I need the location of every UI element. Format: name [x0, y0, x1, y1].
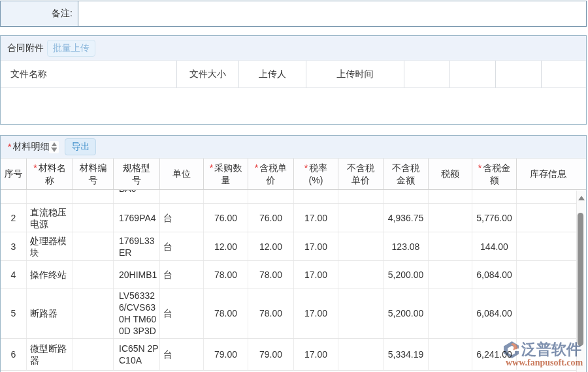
material-cell-tax_amount [429, 261, 472, 288]
material-cell-no: 3 [1, 232, 27, 260]
scrollbar-up-arrow-icon[interactable] [578, 196, 585, 200]
material-table-row-1[interactable]: BA0 [1, 190, 577, 204]
attachments-column-header-3: 上传人 [239, 61, 306, 87]
material-cell-taxin_amount: 6,241.00 [472, 339, 517, 370]
material-column-header-4: 规格型号 [114, 159, 160, 189]
material-cell-notax_price [338, 261, 384, 288]
material-cell-code [73, 232, 114, 260]
material-cell-tax_amount [429, 204, 472, 232]
material-cell-notax_amount: 123.08 [384, 232, 429, 260]
batch-upload-button[interactable]: 批量上传 [47, 40, 95, 57]
material-cell-name: 断路器 [27, 288, 73, 338]
material-section-title: 材料明细 [12, 141, 49, 153]
material-cell-notax_amount: 5,200.00 [384, 261, 429, 288]
material-cell-notax_price [338, 190, 384, 203]
material-column-header-5: 单位 [160, 159, 204, 189]
material-cell-qty [204, 190, 248, 203]
material-cell-name: 处理器模块 [27, 232, 73, 260]
material-cell-tax_amount [429, 339, 472, 370]
export-button[interactable]: 导出 [65, 138, 96, 155]
material-cell-name [27, 190, 73, 203]
attachments-section-header: 合同附件 批量上传 [1, 36, 586, 61]
material-cell-qty: 12.00 [204, 232, 248, 260]
material-column-header-10: 不含税金额 [384, 159, 429, 189]
material-cell-tax_price: 79.00 [248, 339, 294, 370]
required-mark: * [33, 163, 37, 173]
material-cell-qty: 78.00 [204, 261, 248, 288]
remark-input[interactable] [78, 1, 586, 26]
spinner-up-icon[interactable] [52, 142, 57, 146]
scrollbar-thumb[interactable] [578, 213, 583, 346]
attachments-table-body [1, 88, 586, 123]
material-column-header-1: 序号 [1, 159, 27, 189]
required-mark: * [8, 142, 11, 152]
material-cell-taxin_amount: 6,084.00 [472, 288, 517, 338]
remark-label: 备注: [52, 8, 73, 20]
material-cell-notax_price [338, 232, 384, 260]
material-cell-qty: 79.00 [204, 339, 248, 370]
material-cell-name: 微型断路器 [27, 339, 73, 370]
material-table-row-3[interactable]: 3处理器模块1769L33ER台12.0012.0017.00123.08144… [1, 232, 577, 261]
material-cell-tax_rate: 17.00 [294, 261, 338, 288]
material-cell-tax_rate: 17.00 [294, 232, 338, 260]
material-table-row-6[interactable]: 6微型断路器IC65N 2PC10A台79.0079.0017.005,334.… [1, 339, 577, 371]
material-cell-stock [517, 232, 577, 260]
material-cell-no [1, 190, 27, 203]
material-cell-stock [517, 190, 577, 203]
material-column-header-11: 税额 [429, 159, 472, 189]
material-cell-unit: 台 [160, 232, 204, 260]
material-cell-unit: 台 [160, 261, 204, 288]
material-cell-code [73, 339, 114, 370]
attachments-column-header-4: 上传时间 [306, 61, 404, 87]
material-column-header-7: *含税单价 [248, 159, 294, 189]
material-section-header: * 材料明细 导出 [1, 136, 586, 159]
material-cell-taxin_amount: 144.00 [472, 232, 517, 260]
vertical-scrollbar[interactable] [576, 191, 585, 372]
required-mark: * [255, 163, 258, 173]
material-cell-unit: 台 [160, 204, 204, 232]
material-column-header-2: *材料名称 [27, 159, 73, 189]
material-cell-no: 2 [1, 204, 27, 232]
sort-spinner-control[interactable] [49, 141, 59, 153]
material-cell-notax_amount: 5,200.00 [384, 288, 429, 338]
material-cell-spec: BA0 [114, 190, 160, 203]
material-column-header-6: *采购数量 [204, 159, 248, 189]
material-cell-code [73, 288, 114, 338]
required-mark: * [210, 163, 213, 173]
material-cell-spec: 1769L33ER [114, 232, 160, 260]
material-cell-spec: LV563326/CVS630H TM600D 3P3D [114, 288, 160, 338]
material-cell-notax_price [338, 339, 384, 370]
material-cell-qty: 78.00 [204, 288, 248, 338]
attachments-column-header-2: 文件大小 [177, 61, 239, 87]
material-cell-name: 操作终站 [27, 261, 73, 288]
attachments-table-header: 文件名称文件大小上传人上传时间 [1, 61, 586, 88]
material-detail-section: * 材料明细 导出 序号*材料名称材料编号规格型号单位*采购数量*含税单价*税率… [0, 135, 587, 372]
material-cell-code [73, 261, 114, 288]
remark-row: 备注: [0, 1, 587, 27]
material-column-header-9: 不含税单价 [338, 159, 384, 189]
material-cell-code [73, 190, 114, 203]
material-cell-tax_price: 78.00 [248, 288, 294, 338]
material-table-row-4[interactable]: 4操作终站20HIMB1台78.0078.0017.005,200.006,08… [1, 261, 577, 288]
material-cell-taxin_amount [472, 190, 517, 203]
attachments-column-header-1: 文件名称 [1, 61, 177, 87]
material-cell-stock [517, 288, 577, 338]
material-cell-tax_rate [294, 190, 338, 203]
material-cell-unit: 台 [160, 288, 204, 338]
attachments-column-header-6 [450, 61, 496, 87]
contract-attachments-section: 合同附件 批量上传 文件名称文件大小上传人上传时间 [0, 35, 587, 125]
material-cell-notax_amount: 5,334.19 [384, 339, 429, 370]
material-table-header: 序号*材料名称材料编号规格型号单位*采购数量*含税单价*税率(%)不含税单价不含… [1, 159, 586, 190]
material-cell-spec: IC65N 2PC10A [114, 339, 160, 370]
material-table-row-5[interactable]: 5断路器LV563326/CVS630H TM600D 3P3D台78.0078… [1, 288, 577, 339]
spinner-down-icon[interactable] [52, 148, 57, 152]
remark-label-cell: 备注: [1, 1, 78, 26]
attachments-column-header-8 [542, 61, 586, 87]
material-cell-notax_amount: 4,936.75 [384, 204, 429, 232]
material-table-row-2[interactable]: 2直流稳压电源1769PA4台76.0076.0017.004,936.755,… [1, 204, 577, 232]
material-cell-no: 4 [1, 261, 27, 288]
material-cell-no: 5 [1, 288, 27, 338]
material-cell-code [73, 204, 114, 232]
material-cell-tax_price: 78.00 [248, 261, 294, 288]
material-cell-tax_amount [429, 232, 472, 260]
